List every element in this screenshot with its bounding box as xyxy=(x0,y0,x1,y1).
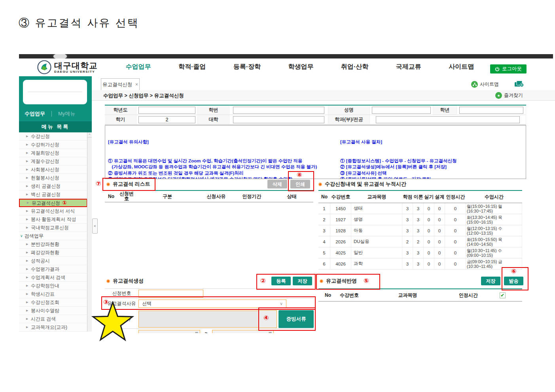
university-logo[interactable]: 대구대학교 DAEGU UNIVERSITY xyxy=(37,60,98,74)
table-cell: 생태 xyxy=(351,203,402,214)
sidebar-item[interactable]: ▶폐강강좌현황 xyxy=(19,249,87,257)
sidebar-item[interactable]: ▶봉사 활동계획서 작성 xyxy=(19,215,87,224)
table-row[interactable]: 11450생태33000월(15:00~16:15) 월(16:30~17:45… xyxy=(318,203,522,214)
reflect-save-button[interactable]: 저장 xyxy=(481,277,500,285)
sidebar-item[interactable]: ▶교과목개요(교과) xyxy=(19,323,87,332)
column-header: 인정시간 xyxy=(445,191,466,203)
sidebar-item[interactable]: ▶시간표 검색 xyxy=(19,315,87,323)
nav-item[interactable]: 국제교류 xyxy=(396,63,421,71)
calendar-icon[interactable]: ▦ xyxy=(195,331,198,333)
sidebar-item[interactable]: ▶백신 공결신청 xyxy=(19,190,87,199)
period-end-input[interactable]: ▦ xyxy=(212,330,274,334)
notice-line: ① [종합정보시스템] - 수업업무 - 신청업무 - 유고결석신청 xyxy=(340,158,523,164)
department-input[interactable] xyxy=(376,116,520,123)
sidebar-collapse-button[interactable]: < xyxy=(92,219,98,234)
table-cell: 3 xyxy=(402,225,413,236)
sidebar-tab-lecture[interactable]: 수업업무 xyxy=(25,110,45,117)
table-row[interactable]: 64026과학33000금(09:00~10:15) 금(10:30~11:45… xyxy=(318,258,522,270)
column-header: 교과목명 xyxy=(361,289,454,301)
notice-box: [유고결석 유의사항] ① 유고결석 적용은 대면수업 및 실시간 Zoom 수… xyxy=(105,125,526,179)
college-input[interactable] xyxy=(233,116,324,123)
create-save-button[interactable]: 저장 xyxy=(293,277,312,285)
sidebar-item[interactable]: ▶국내학점교류신청 xyxy=(19,224,87,232)
sidebar-item[interactable]: ▶수업평가결과 xyxy=(19,265,87,273)
sidebar-item[interactable]: ▶학생시간표 xyxy=(19,290,87,298)
menu-header: 메뉴 목록 xyxy=(19,121,92,132)
notice-line: (가상강좌, MOOC강좌 등 원격수업과 학습기간이 유고결석 허용기간보다 … xyxy=(108,164,337,170)
sidebar-item[interactable]: ∨검색업무 xyxy=(19,232,87,240)
sidebar-item[interactable]: ▶계절희망신청 xyxy=(19,149,87,157)
arrow-right-icon: ▶ xyxy=(27,199,29,206)
table-cell: 0 xyxy=(445,247,466,258)
detail-reason-textarea[interactable] xyxy=(138,311,259,328)
table-row[interactable]: 42026DU실용22000화(15:00~15:50) 목(14:00~14:… xyxy=(318,236,522,247)
annotation-1: ① xyxy=(62,200,67,206)
apply-no-label: 신청번호 xyxy=(105,290,138,297)
scroll-up-arrow[interactable]: ^ xyxy=(87,132,92,138)
nav-item[interactable]: 취업·산학 xyxy=(341,63,368,71)
calendar-icon[interactable]: ▦ xyxy=(268,331,272,333)
nav-item[interactable]: 수업업무 xyxy=(126,63,151,71)
table-row[interactable]: 31928아동33000월(12:00~13:15) 수(12:00~13:15… xyxy=(318,225,522,236)
sidebar-item[interactable]: ▶성적공시 xyxy=(19,257,87,265)
nav-item[interactable]: 학생업무 xyxy=(288,63,314,71)
name-input[interactable] xyxy=(372,107,430,114)
table-cell: 3 xyxy=(413,214,424,225)
close-all-windows-icon[interactable] xyxy=(514,81,524,89)
sidebar-item[interactable]: ▶생리 공결신청 xyxy=(19,182,87,190)
power-icon xyxy=(495,67,500,72)
sidebar-tab-mymenu[interactable]: My메뉴 xyxy=(58,110,75,117)
delete-button[interactable]: 삭제 xyxy=(267,180,287,188)
field-label-name: 성명 xyxy=(328,106,370,115)
sidebar-item[interactable]: ▶수강학점안내 xyxy=(19,282,87,290)
favorite-link[interactable]: ★ 즐겨찾기 xyxy=(495,92,523,99)
column-header: No xyxy=(318,191,330,203)
sidebar-item[interactable]: ▶유고결석신청서 서식 xyxy=(19,207,87,215)
student-no-input[interactable] xyxy=(233,107,324,114)
table-cell: 0 xyxy=(445,236,466,247)
tab-close-icon[interactable]: × xyxy=(135,82,138,87)
logo-name: 대구대학교 xyxy=(54,61,98,70)
nav-item[interactable]: 사이트맵 xyxy=(449,63,474,71)
year-input[interactable] xyxy=(138,107,195,114)
sidebar-item[interactable]: ▶수강신청 xyxy=(19,132,87,141)
table-cell: 4025 xyxy=(330,247,351,258)
absence-list-table: No신청번호구분신청사유인정기간상태 xyxy=(105,190,313,202)
absence-reason-select[interactable]: 선택 ∨ xyxy=(138,300,286,308)
table-row[interactable]: 21927생명33000화(13:30~14:45) 목(15:00~16:15… xyxy=(318,214,522,225)
section-bullet-icon xyxy=(318,183,322,186)
sidebar-item[interactable]: ▶사회봉사신청 xyxy=(19,166,87,174)
nav-item[interactable]: 등록·장학 xyxy=(233,63,261,71)
arrow-right-icon: ▶ xyxy=(26,290,28,298)
sidebar-item[interactable]: ▶수강신청조회 xyxy=(19,298,87,307)
sidebar-item[interactable]: ▶분반강좌현황 xyxy=(19,240,87,249)
attach-evidence-button[interactable]: 증빙서류 xyxy=(278,310,314,328)
field-label-year: 학년도 xyxy=(105,106,136,115)
select-all-checkbox[interactable]: ✔ xyxy=(500,292,506,298)
send-button[interactable]: 발송 xyxy=(504,277,523,285)
grade-input[interactable] xyxy=(459,107,523,114)
table-cell: 0 xyxy=(445,203,466,214)
tab-absence-application[interactable]: 유고결석신청 × xyxy=(101,78,140,90)
column-header: 교과목명 xyxy=(351,191,402,203)
print-button[interactable]: 인쇄 xyxy=(290,180,310,188)
field-label-college: 대학 xyxy=(198,115,229,124)
notice-line: ① 유고결석 적용은 대면수업 및 실시간 Zoom 수업, 학습기간(출석인정… xyxy=(108,158,337,164)
sidebar-item[interactable]: ▶헌혈봉사신청 xyxy=(19,174,87,182)
sidebar-item[interactable]: ▶유고결석신청① xyxy=(19,199,87,207)
table-row[interactable]: 54025일반33000월(10:30~11:45) 수(09:00~10:15… xyxy=(318,247,522,258)
sidebar-item[interactable]: ▶계절수강신청 xyxy=(19,157,87,166)
logout-button[interactable]: 로그아웃 xyxy=(490,64,527,74)
table-cell: 0 xyxy=(424,214,434,225)
sidebar-item[interactable]: ▶수강허가신청 xyxy=(19,141,87,149)
sidebar-item[interactable]: ▶봉사이수열람 xyxy=(19,307,87,315)
nav-item[interactable]: 학적·졸업 xyxy=(178,63,206,71)
table-cell: 0 xyxy=(424,203,434,214)
table-cell: 생명 xyxy=(351,214,402,225)
apply-no-input[interactable] xyxy=(138,290,203,298)
period-start-input[interactable]: ▦ xyxy=(138,330,200,334)
semester-input[interactable] xyxy=(138,116,195,123)
register-button[interactable]: 등록 xyxy=(271,277,291,285)
sitemap-link[interactable]: 사이트맵 xyxy=(471,81,499,88)
sidebar-item[interactable]: ▶수업계획서 검색 xyxy=(19,273,87,282)
